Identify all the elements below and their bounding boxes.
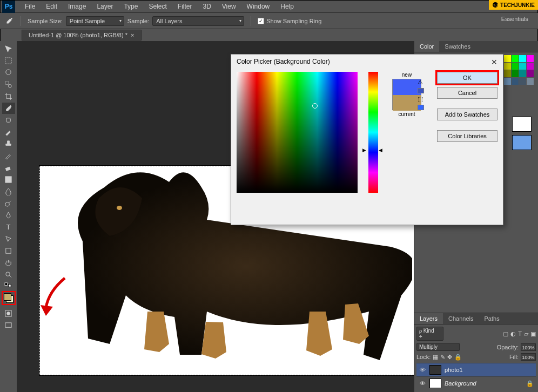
heal-tool[interactable] [2, 114, 15, 126]
pen-tool[interactable] [2, 209, 15, 221]
sample-size-dropdown[interactable]: Point Sample [66, 16, 124, 26]
history-brush-tool[interactable] [2, 150, 15, 161]
path-select-tool[interactable] [2, 233, 15, 245]
new-color-swatch [393, 79, 421, 95]
menu-view[interactable]: View [217, 3, 241, 10]
screenmode-toggle[interactable] [2, 320, 15, 331]
svg-point-11 [6, 272, 10, 276]
sample-label: Sample: [127, 18, 149, 24]
menu-image[interactable]: Image [63, 3, 91, 10]
current-label: current [398, 111, 415, 117]
blur-tool[interactable] [2, 186, 15, 197]
filter-pixel-icon[interactable]: ▢ [503, 330, 508, 337]
menu-file[interactable]: File [19, 3, 41, 10]
dodge-tool[interactable] [2, 198, 15, 209]
filter-shape-icon[interactable]: ▱ [524, 330, 528, 337]
foreground-background-colors[interactable] [2, 291, 16, 305]
opacity-value[interactable]: 100% [521, 343, 536, 351]
workspace-selector[interactable]: Essentials [497, 14, 533, 24]
quick-select-tool[interactable] [2, 79, 15, 90]
color-panel-tab[interactable]: Color [414, 41, 439, 52]
stamp-tool[interactable] [2, 138, 15, 150]
new-label: new [402, 72, 412, 78]
hue-slider-arrow-right[interactable]: ◀ [379, 147, 382, 153]
swap-colors-icon[interactable] [2, 281, 15, 288]
svg-rect-7 [5, 167, 10, 171]
visibility-toggle[interactable]: 👁 [419, 366, 426, 374]
type-tool[interactable]: T [2, 221, 15, 233]
saturation-value-field[interactable] [237, 72, 358, 193]
zoom-tool[interactable] [2, 269, 15, 280]
lock-position-icon[interactable]: ✥ [447, 354, 452, 361]
watermark-badge: TJ TECHJUNKIE [489, 0, 538, 10]
svg-point-15 [7, 312, 10, 315]
sample-size-label: Sample Size: [28, 18, 63, 24]
menu-help[interactable]: Help [275, 3, 299, 10]
add-to-swatches-button[interactable]: Add to Swatches [437, 109, 497, 120]
show-sampling-ring-label: Show Sampling Ring [266, 18, 321, 24]
svg-point-5 [9, 85, 12, 88]
hand-tool[interactable] [2, 257, 15, 268]
ok-button[interactable]: OK [437, 72, 497, 84]
menu-3d[interactable]: 3D [197, 3, 216, 10]
eyedropper-tool[interactable] [2, 103, 15, 114]
menu-filter[interactable]: Filter [172, 3, 198, 10]
document-tab[interactable]: Untitled-1 @ 100% (photo1, RGB/8) * × [22, 30, 142, 40]
gamut-warning-icon[interactable]: ⚠ [418, 79, 424, 86]
svg-point-3 [6, 70, 11, 75]
color-libraries-button[interactable]: Color Libraries [437, 130, 497, 142]
eraser-tool[interactable] [2, 162, 15, 173]
history-thumb[interactable] [512, 135, 532, 150]
hue-slider-arrow-left[interactable]: ▶ [362, 147, 366, 153]
layer-row-photo1[interactable]: 👁 photo1 [416, 363, 536, 376]
document-tabs: Untitled-1 @ 100% (photo1, RGB/8) * × [0, 29, 538, 41]
options-bar: Sample Size: Point Sample Sample: All La… [0, 13, 538, 29]
paths-tab[interactable]: Paths [479, 313, 505, 324]
menu-window[interactable]: Window [241, 3, 275, 10]
blend-mode-dropdown[interactable]: Multiply [416, 343, 460, 351]
filter-type-icon[interactable]: T [518, 330, 522, 337]
websafe-color-icon[interactable] [418, 105, 424, 110]
visibility-toggle[interactable]: 👁 [419, 380, 426, 387]
foreground-color-swatch[interactable] [4, 293, 11, 301]
svg-rect-8 [5, 177, 11, 183]
layer-filter-kind[interactable]: ρ Kind ÷ [416, 327, 443, 341]
lock-pixels-icon[interactable]: ✎ [440, 354, 445, 361]
lasso-tool[interactable] [2, 67, 15, 78]
layers-panel: Layers Channels Paths ρ Kind ÷ ▢ ◐ T ▱ ▣… [414, 313, 538, 392]
shape-tool[interactable] [2, 245, 15, 256]
lock-transparency-icon[interactable]: ▦ [433, 354, 438, 361]
navigator-thumb[interactable] [512, 117, 532, 132]
filter-adj-icon[interactable]: ◐ [510, 330, 516, 337]
brush-tool[interactable] [2, 126, 15, 138]
lock-all-icon[interactable]: 🔒 [454, 354, 462, 361]
layer-row-background[interactable]: 👁 Background 🔒 [416, 376, 536, 390]
move-tool[interactable] [2, 43, 15, 55]
swatches-panel-tab[interactable]: Swatches [439, 41, 476, 52]
swatches-grid[interactable] [502, 53, 536, 87]
channels-tab[interactable]: Channels [443, 313, 479, 324]
filter-smart-icon[interactable]: ▣ [530, 330, 536, 337]
current-color-swatch[interactable] [393, 95, 421, 111]
annotation-arrow [38, 275, 70, 319]
layers-tab[interactable]: Layers [414, 313, 443, 324]
menu-layer[interactable]: Layer [91, 3, 118, 10]
photoshop-logo: Ps [2, 0, 15, 13]
gamut-color-icon[interactable] [418, 88, 424, 93]
sample-dropdown[interactable]: All Layers [152, 16, 244, 26]
svg-rect-16 [5, 323, 11, 327]
menu-edit[interactable]: Edit [41, 3, 63, 10]
show-sampling-ring-checkbox[interactable]: ✓ [258, 18, 264, 24]
fill-value[interactable]: 100% [521, 353, 536, 361]
menu-select[interactable]: Select [143, 3, 172, 10]
marquee-tool[interactable] [2, 55, 15, 66]
menu-type[interactable]: Type [118, 3, 143, 10]
quickmask-toggle[interactable] [2, 308, 15, 319]
hue-slider[interactable] [368, 72, 378, 193]
dialog-close-button[interactable]: ✕ [491, 58, 497, 66]
crop-tool[interactable] [2, 91, 15, 102]
color-picker-dialog: Color Picker (Background Color) ✕ ▶ ◀ ne… [231, 54, 503, 225]
gradient-tool[interactable] [2, 174, 15, 185]
websafe-warning-icon[interactable]: ⬚ [418, 96, 424, 103]
cancel-button[interactable]: Cancel [437, 87, 497, 99]
